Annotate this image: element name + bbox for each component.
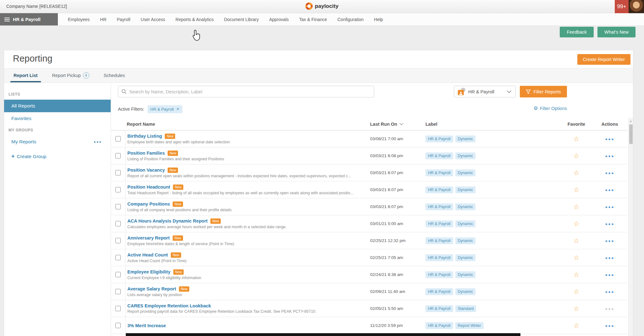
report-name-cell: Active Head CountNewActive Head Count (P…	[125, 252, 370, 263]
lists-header: LISTS	[4, 89, 111, 100]
row-actions-menu-icon[interactable]: ●●●	[605, 323, 614, 328]
favorite-star-icon[interactable]: ☆	[574, 288, 580, 295]
report-name-link[interactable]: ACA Hours Analysis Dynamic Report	[127, 218, 208, 223]
row-checkbox[interactable]	[115, 323, 121, 328]
notification-badge[interactable]: 99+	[615, 0, 629, 13]
nav-item-document-library[interactable]: Document Library	[224, 17, 259, 22]
filter-reports-button[interactable]: Filter Reports	[520, 86, 567, 97]
row-checkbox[interactable]	[115, 289, 121, 294]
vertical-scrollbar[interactable]: ▲	[628, 118, 633, 336]
report-name-link[interactable]: Active Head Count	[127, 252, 168, 257]
nav-menu-hr-payroll[interactable]: HR & Payroll	[0, 13, 58, 25]
favorite-star-icon[interactable]: ☆	[574, 169, 580, 176]
row-checkbox[interactable]	[115, 153, 121, 158]
report-name-link[interactable]: Position Headcount	[127, 185, 170, 190]
remove-filter-icon[interactable]: ✕	[176, 107, 179, 111]
last-run-on-value: 03/03/21 6:08 pm	[370, 153, 425, 158]
label-chip: HR & Payroll	[425, 135, 453, 142]
whats-new-button[interactable]: What's New	[597, 27, 636, 37]
search-input[interactable]	[129, 89, 374, 94]
scrollbar-thumb[interactable]	[629, 124, 633, 144]
create-group-button[interactable]: + Create Group	[4, 148, 111, 163]
row-actions-menu-icon[interactable]: ●●●	[605, 289, 614, 294]
tab-report-pickup[interactable]: Report Pickup4	[52, 69, 89, 82]
nav-item-tax-finance[interactable]: Tax & Finance	[299, 17, 327, 22]
row-checkbox[interactable]	[115, 187, 121, 192]
nav-item-reports-analytics[interactable]: Reports & Analytics	[175, 17, 214, 22]
table-row: Position HeadcountNewTotal Headcount Rep…	[111, 181, 627, 198]
report-description: Report of all current open seats within …	[127, 174, 366, 178]
favorite-cell: ☆	[561, 186, 592, 194]
feedback-button[interactable]: Feedback	[560, 27, 594, 37]
nav-item-hr[interactable]: HR	[100, 17, 106, 22]
row-checkbox[interactable]	[115, 255, 121, 260]
row-checkbox-cell	[111, 300, 125, 317]
report-name-link[interactable]: Position Families	[127, 151, 165, 156]
actions-cell: ●●●	[592, 272, 627, 278]
create-report-writer-button[interactable]: Create Report Writer	[577, 54, 631, 65]
col-report-name[interactable]: Report Name	[125, 122, 370, 127]
favorite-star-icon[interactable]: ☆	[574, 152, 580, 159]
tab-schedules[interactable]: Schedules	[104, 69, 125, 82]
label-cell: HR & PayrollDynamic	[425, 271, 561, 278]
favorite-star-icon[interactable]: ☆	[574, 203, 580, 210]
row-actions-menu-icon[interactable]: ●●●	[605, 154, 614, 158]
favorite-star-icon[interactable]: ☆	[574, 135, 580, 142]
nav-item-payroll[interactable]: Payroll	[117, 17, 130, 22]
report-name-link[interactable]: Company Positions	[127, 201, 170, 207]
favorite-star-icon[interactable]: ☆	[574, 271, 580, 278]
nav-item-configuration[interactable]: Configuration	[337, 17, 364, 22]
row-checkbox[interactable]	[115, 238, 121, 243]
row-actions-menu-icon[interactable]: ●●●	[605, 205, 614, 209]
report-name-link[interactable]: 3% Merit Increase	[127, 323, 166, 328]
row-actions-menu-icon[interactable]: ●●●	[605, 188, 614, 192]
last-run-on-value: 02/09/21 11:40 am	[370, 289, 425, 294]
favorite-star-icon[interactable]: ☆	[574, 237, 580, 244]
row-checkbox[interactable]	[115, 170, 121, 175]
user-avatar[interactable]	[629, 0, 644, 13]
row-actions-menu-icon[interactable]: ●●●	[605, 256, 614, 260]
row-checkbox[interactable]	[115, 306, 121, 311]
row-actions-menu-icon[interactable]: ●●●	[605, 273, 614, 277]
filter-options-link[interactable]: ⚙ Filter Options	[533, 105, 567, 111]
report-name-link[interactable]: Anniversary Report	[127, 235, 170, 240]
label-cell: HR & PayrollDynamic	[425, 152, 561, 159]
table-row: Employee EligibilityNewCurrent Employee …	[111, 266, 627, 283]
favorite-star-icon[interactable]: ☆	[574, 220, 580, 227]
report-name-link[interactable]: CARES Employee Retention Lookback	[127, 303, 211, 308]
report-name-link[interactable]: Birthday Listing	[127, 134, 162, 139]
row-checkbox[interactable]	[115, 272, 121, 277]
nav-item-employees[interactable]: Employees	[68, 17, 90, 22]
favorite-star-icon[interactable]: ☆	[574, 305, 580, 312]
row-checkbox[interactable]	[115, 204, 121, 209]
tab-report-list[interactable]: Report List	[14, 69, 38, 82]
report-description: Employee hire/rehire dates & length of s…	[127, 242, 366, 246]
row-actions-menu-icon[interactable]: ●●●	[605, 222, 614, 226]
nav-item-user-access[interactable]: User Access	[141, 17, 165, 22]
row-actions-menu-icon[interactable]: ●●●	[605, 239, 614, 243]
nav-item-approvals[interactable]: Approvals	[269, 17, 289, 22]
sidebar-item-my-reports[interactable]: My Reports●●●	[4, 135, 111, 148]
report-name-link[interactable]: Position Vacancy	[127, 168, 165, 173]
row-actions-menu-icon[interactable]: ●●●	[605, 171, 614, 175]
scope-dropdown[interactable]: HR & Payroll	[454, 86, 516, 97]
row-actions-menu-icon[interactable]: ●●●	[605, 137, 614, 141]
chevron-down-icon	[507, 90, 512, 93]
scroll-up-icon[interactable]: ▲	[629, 118, 633, 123]
report-name-link[interactable]: Employee Eligibility	[127, 269, 170, 274]
row-actions-menu-icon[interactable]: ●●●	[605, 306, 614, 311]
user-folder-icon	[458, 88, 465, 95]
col-last-run-on[interactable]: Last Run On	[370, 122, 425, 127]
row-checkbox-cell	[111, 232, 125, 249]
sidebar-item-favorites[interactable]: Favorites	[4, 112, 111, 125]
favorite-star-icon[interactable]: ☆	[574, 186, 580, 193]
nav-item-help[interactable]: Help	[374, 17, 383, 22]
favorite-star-icon[interactable]: ☆	[574, 254, 580, 261]
row-checkbox[interactable]	[115, 136, 121, 141]
group-menu-icon[interactable]: ●●●	[94, 140, 106, 144]
report-name-link[interactable]: Average Salary Report	[127, 286, 176, 291]
sidebar-item-all-reports[interactable]: All Reports	[4, 100, 111, 112]
row-checkbox[interactable]	[115, 221, 121, 226]
favorite-star-icon[interactable]: ☆	[574, 322, 580, 329]
col-label[interactable]: Label	[425, 122, 561, 127]
